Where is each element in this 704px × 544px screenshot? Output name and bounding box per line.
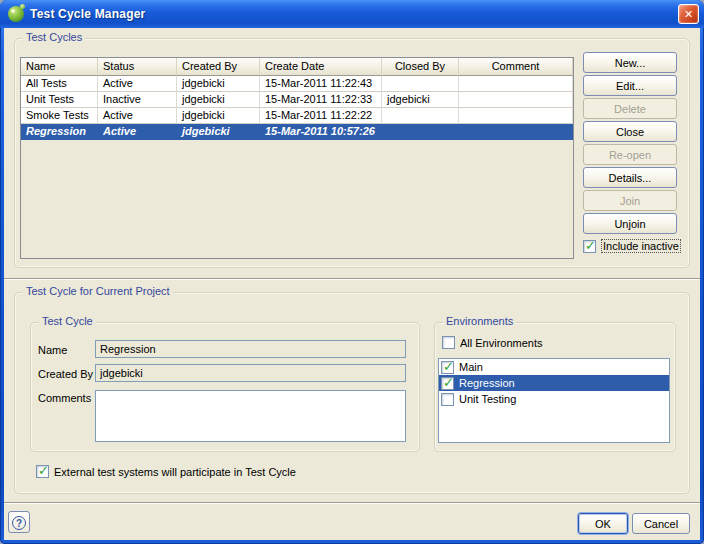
external-systems-label[interactable]: External test systems will participate i… — [54, 466, 296, 478]
cell-status: Active — [98, 76, 177, 92]
cell-comment — [459, 108, 573, 124]
column-header-status[interactable]: Status — [98, 58, 177, 76]
unjoin-button[interactable]: Unjoin — [583, 213, 677, 234]
cell-comment — [459, 76, 573, 92]
help-icon: ? — [12, 516, 26, 530]
test-cycles-table: Name Status Created By Create Date Close… — [20, 57, 574, 259]
column-header-create-date[interactable]: Create Date — [260, 58, 382, 76]
section-separator — [4, 278, 700, 280]
window-title: Test Cycle Manager — [30, 7, 145, 21]
all-environments-label[interactable]: All Environments — [460, 337, 543, 349]
comments-field[interactable] — [95, 390, 406, 442]
environment-item[interactable]: Main — [439, 359, 669, 375]
cell-closed-by — [382, 108, 459, 124]
column-header-comment[interactable]: Comment — [459, 58, 573, 76]
cell-name: Smoke Tests — [21, 108, 98, 124]
close-icon[interactable]: ✕ — [678, 4, 699, 24]
edit-button[interactable]: Edit... — [583, 75, 677, 96]
column-header-created-by[interactable]: Created By — [177, 58, 260, 76]
footer-separator — [4, 502, 700, 504]
all-environments-checkbox[interactable]: All Environments — [442, 336, 543, 349]
cell-status: Active — [98, 124, 177, 140]
column-header-closed-by[interactable]: Closed By — [382, 58, 459, 76]
name-field[interactable] — [95, 340, 406, 358]
table-row[interactable]: Smoke Tests Active jdgebicki 15-Mar-2011… — [21, 108, 573, 124]
include-inactive-label[interactable]: Include inactive — [601, 239, 681, 253]
ok-button[interactable]: OK — [578, 513, 628, 534]
title-bar[interactable]: Test Cycle Manager ✕ — [0, 0, 704, 28]
cell-closed-by: jdgebicki — [382, 92, 459, 108]
table-row[interactable]: All Tests Active jdgebicki 15-Mar-2011 1… — [21, 76, 573, 92]
cell-closed-by — [382, 76, 459, 92]
test-cycle-manager-dialog: Test Cycle Manager ✕ Test Cycles Name St… — [0, 0, 704, 544]
help-button[interactable]: ? — [8, 511, 30, 533]
current-project-group-label: Test Cycle for Current Project — [23, 285, 173, 297]
join-button[interactable]: Join — [583, 190, 677, 211]
close-button[interactable]: Close — [583, 121, 677, 142]
cell-status: Active — [98, 108, 177, 124]
delete-button[interactable]: Delete — [583, 98, 677, 119]
reopen-button[interactable]: Re-open — [583, 144, 677, 165]
checkbox-icon[interactable] — [441, 377, 454, 390]
cell-create-date: 15-Mar-2011 11:22:33 — [260, 92, 382, 108]
cell-name: Unit Tests — [21, 92, 98, 108]
cell-comment — [459, 124, 573, 140]
environment-item-selected[interactable]: Regression — [439, 375, 669, 391]
created-by-field[interactable] — [95, 364, 406, 382]
details-button[interactable]: Details... — [583, 167, 677, 188]
environment-item[interactable]: Unit Testing — [439, 391, 669, 407]
cell-created-by: jdgebicki — [177, 124, 260, 140]
environments-group-label: Environments — [443, 315, 516, 327]
environments-list: Main Regression Unit Testing — [438, 358, 670, 443]
cell-create-date: 15-Mar-2011 11:22:43 — [260, 76, 382, 92]
external-systems-checkbox[interactable]: External test systems will participate i… — [36, 465, 296, 478]
table-row-selected[interactable]: Regression Active jdgebicki 15-Mar-2011 … — [21, 124, 573, 140]
cancel-button[interactable]: Cancel — [632, 513, 690, 534]
cell-status: Inactive — [98, 92, 177, 108]
cell-create-date: 15-Mar-2011 11:22:22 — [260, 108, 382, 124]
test-cycle-subgroup-label: Test Cycle — [39, 315, 96, 327]
table-row[interactable]: Unit Tests Inactive jdgebicki 15-Mar-201… — [21, 92, 573, 108]
environment-label: Main — [459, 361, 483, 373]
app-icon — [8, 6, 24, 22]
checkbox-icon[interactable] — [441, 393, 454, 406]
name-label: Name — [38, 344, 67, 356]
new-button[interactable]: New... — [583, 52, 677, 73]
checkbox-icon[interactable] — [36, 465, 49, 478]
cell-created-by: jdgebicki — [177, 76, 260, 92]
cell-created-by: jdgebicki — [177, 108, 260, 124]
cell-closed-by — [382, 124, 459, 140]
environment-label: Unit Testing — [459, 393, 516, 405]
cell-name: Regression — [21, 124, 98, 140]
include-inactive-checkbox[interactable]: Include inactive — [583, 239, 681, 253]
created-by-label: Created By — [38, 368, 93, 380]
cell-comment — [459, 92, 573, 108]
checkbox-icon[interactable] — [442, 336, 455, 349]
cell-name: All Tests — [21, 76, 98, 92]
checkbox-icon[interactable] — [441, 361, 454, 374]
test-cycles-group-label: Test Cycles — [23, 31, 85, 43]
table-header: Name Status Created By Create Date Close… — [21, 58, 573, 76]
cell-create-date: 15-Mar-2011 10:57:26 — [260, 124, 382, 140]
comments-label: Comments — [38, 392, 91, 404]
dialog-body: Test Cycles Name Status Created By Creat… — [4, 28, 700, 540]
cell-created-by: jdgebicki — [177, 92, 260, 108]
checkbox-icon[interactable] — [583, 240, 596, 253]
environment-label: Regression — [459, 377, 515, 389]
column-header-name[interactable]: Name — [21, 58, 98, 76]
action-button-column: New... Edit... Delete Close Re-open Deta… — [583, 52, 677, 234]
